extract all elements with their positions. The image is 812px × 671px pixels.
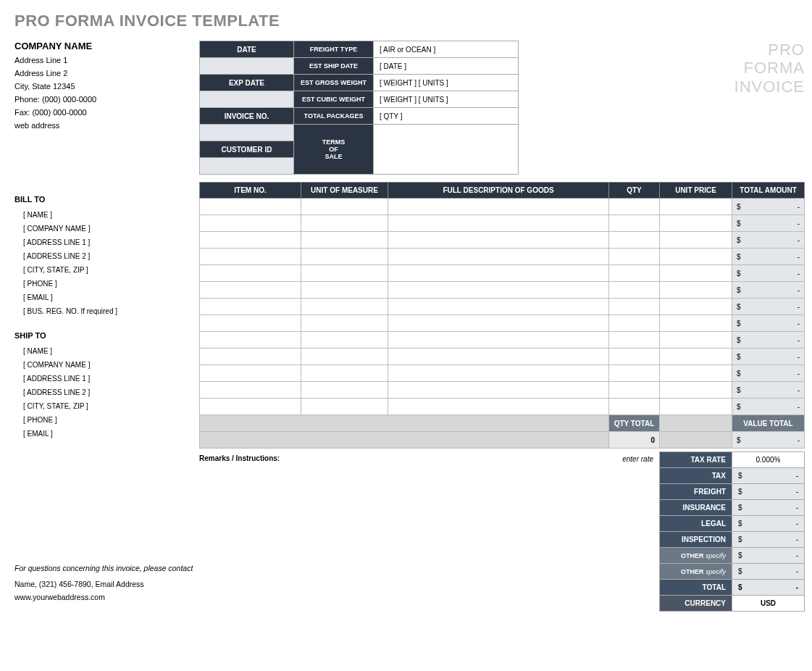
item-cell[interactable] xyxy=(200,382,301,399)
item-cell[interactable] xyxy=(660,232,732,249)
billto-row[interactable]: [ NAME ] xyxy=(14,208,199,222)
item-cell[interactable] xyxy=(388,299,609,315)
item-cell[interactable] xyxy=(388,282,609,299)
item-cell[interactable] xyxy=(609,265,660,282)
item-cell[interactable] xyxy=(388,349,609,365)
other2-value[interactable]: $- xyxy=(732,564,805,580)
item-cell[interactable] xyxy=(388,315,609,332)
total-packages-value[interactable]: [ QTY ] xyxy=(374,108,519,125)
item-cell[interactable] xyxy=(301,232,388,249)
item-cell[interactable] xyxy=(388,382,609,399)
legal-value[interactable]: $- xyxy=(732,516,805,532)
freight-value[interactable]: $- xyxy=(732,484,805,500)
item-cell[interactable] xyxy=(609,232,660,249)
item-cell[interactable] xyxy=(609,365,660,382)
item-cell[interactable] xyxy=(388,365,609,382)
item-cell[interactable] xyxy=(200,265,301,282)
item-cell[interactable] xyxy=(609,399,660,415)
item-cell[interactable] xyxy=(660,249,732,265)
shipto-row[interactable]: [ PHONE ] xyxy=(14,413,199,427)
date-value[interactable] xyxy=(200,58,294,75)
item-cell[interactable] xyxy=(388,199,609,215)
item-cell[interactable] xyxy=(301,299,388,315)
item-cell[interactable] xyxy=(388,232,609,249)
freight-type-value[interactable]: [ AIR or OCEAN ] xyxy=(374,41,519,58)
shipto-row[interactable]: [ NAME ] xyxy=(14,344,199,358)
shipto-row[interactable]: [ EMAIL ] xyxy=(14,427,199,441)
item-cell[interactable] xyxy=(301,265,388,282)
item-cell[interactable] xyxy=(301,215,388,232)
item-cell[interactable] xyxy=(609,299,660,315)
terms-of-sale-value[interactable] xyxy=(374,125,519,175)
invoice-no-value[interactable] xyxy=(200,125,294,141)
item-cell[interactable] xyxy=(609,332,660,349)
item-cell[interactable] xyxy=(301,332,388,349)
tax-rate-value[interactable]: 0.000% xyxy=(732,452,805,468)
billto-row[interactable]: [ BUS. REG. NO. If required ] xyxy=(14,304,199,318)
item-cell[interactable] xyxy=(660,315,732,332)
item-cell[interactable] xyxy=(388,399,609,415)
other1-value[interactable]: $- xyxy=(732,548,805,564)
item-cell[interactable] xyxy=(388,249,609,265)
item-cell[interactable] xyxy=(660,332,732,349)
item-cell[interactable] xyxy=(388,265,609,282)
shipto-row[interactable]: [ CITY, STATE, ZIP ] xyxy=(14,399,199,413)
exp-date-value[interactable] xyxy=(200,91,294,108)
item-cell[interactable] xyxy=(609,315,660,332)
item-cell[interactable] xyxy=(660,265,732,282)
item-cell[interactable] xyxy=(660,282,732,299)
billto-row[interactable]: [ PHONE ] xyxy=(14,277,199,291)
inspection-value[interactable]: $- xyxy=(732,532,805,548)
total-label: TOTAL xyxy=(660,580,732,596)
item-cell[interactable] xyxy=(660,399,732,415)
item-cell[interactable] xyxy=(301,365,388,382)
item-cell[interactable] xyxy=(301,249,388,265)
item-cell[interactable] xyxy=(301,349,388,365)
item-cell[interactable] xyxy=(609,382,660,399)
item-cell[interactable] xyxy=(200,299,301,315)
item-cell[interactable] xyxy=(301,199,388,215)
item-cell[interactable] xyxy=(660,382,732,399)
item-cell[interactable] xyxy=(609,282,660,299)
item-cell[interactable] xyxy=(200,249,301,265)
item-cell[interactable] xyxy=(388,215,609,232)
item-cell[interactable] xyxy=(301,399,388,415)
item-cell[interactable] xyxy=(660,299,732,315)
item-cell[interactable] xyxy=(660,199,732,215)
item-cell[interactable] xyxy=(388,332,609,349)
billto-row[interactable]: [ COMPANY NAME ] xyxy=(14,222,199,236)
item-cell[interactable] xyxy=(301,315,388,332)
item-cell[interactable] xyxy=(609,199,660,215)
value-total-label: VALUE TOTAL xyxy=(732,415,805,432)
billto-row[interactable]: [ EMAIL ] xyxy=(14,291,199,304)
item-cell[interactable] xyxy=(200,349,301,365)
insurance-value[interactable]: $- xyxy=(732,500,805,516)
item-cell[interactable] xyxy=(301,282,388,299)
item-cell[interactable] xyxy=(660,215,732,232)
item-cell[interactable] xyxy=(200,332,301,349)
item-cell[interactable] xyxy=(609,249,660,265)
est-cubic-weight-value[interactable]: [ WEIGHT ] [ UNITS ] xyxy=(374,91,519,108)
item-cell[interactable] xyxy=(200,282,301,299)
billto-row[interactable]: [ ADDRESS LINE 2 ] xyxy=(14,249,199,263)
billto-row[interactable]: [ ADDRESS LINE 1 ] xyxy=(14,236,199,249)
item-cell[interactable] xyxy=(200,199,301,215)
currency-value[interactable]: USD xyxy=(732,596,805,612)
item-cell[interactable] xyxy=(660,365,732,382)
est-gross-weight-value[interactable]: [ WEIGHT ] [ UNITS ] xyxy=(374,75,519,91)
item-cell[interactable] xyxy=(609,349,660,365)
item-cell[interactable] xyxy=(200,315,301,332)
item-cell[interactable] xyxy=(200,399,301,415)
shipto-row[interactable]: [ ADDRESS LINE 1 ] xyxy=(14,372,199,385)
est-ship-date-value[interactable]: [ DATE ] xyxy=(374,58,519,75)
shipto-row[interactable]: [ COMPANY NAME ] xyxy=(14,358,199,372)
billto-row[interactable]: [ CITY, STATE, ZIP ] xyxy=(14,263,199,277)
item-cell[interactable] xyxy=(200,215,301,232)
shipto-row[interactable]: [ ADDRESS LINE 2 ] xyxy=(14,385,199,399)
item-cell[interactable] xyxy=(660,349,732,365)
item-cell[interactable] xyxy=(609,215,660,232)
item-cell[interactable] xyxy=(301,382,388,399)
item-cell[interactable] xyxy=(200,232,301,249)
item-cell[interactable] xyxy=(200,365,301,382)
customer-id-value[interactable] xyxy=(200,158,294,175)
